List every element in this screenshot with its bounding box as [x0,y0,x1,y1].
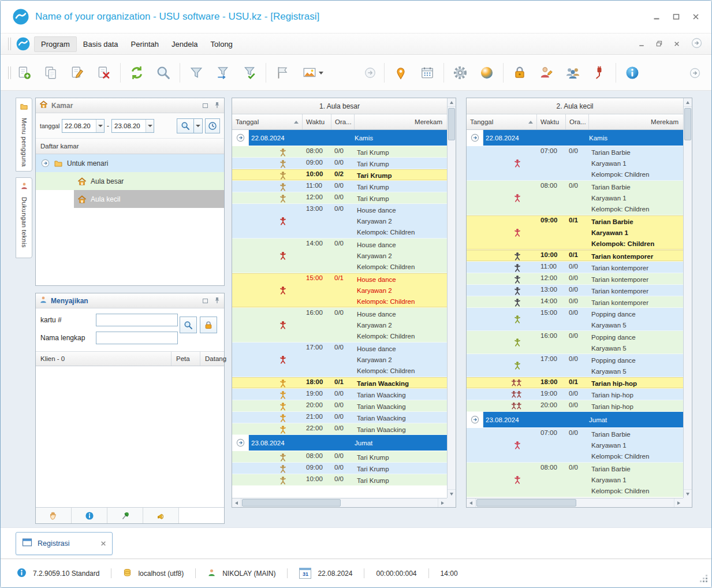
menu-program[interactable]: Program [34,36,77,52]
panel-restore-icon[interactable] [203,103,208,108]
plugin-button[interactable] [586,59,613,87]
hand-button[interactable] [36,508,72,523]
combo-caret-icon[interactable] [96,120,104,132]
menu-jendela[interactable]: Jendela [165,37,204,51]
appearance-button[interactable] [474,59,500,87]
search-button[interactable] [150,59,177,87]
schedule-slot-row[interactable]: 10:000/1Tarian kontemporer [467,250,683,262]
column-header-tanggal[interactable]: Tanggal [467,114,537,129]
info-icon[interactable] [17,568,27,579]
column-header-orang[interactable]: Ora... [566,114,589,129]
tree-item-aula-kecil[interactable]: Aula kecil [36,190,224,208]
settings-button[interactable] [447,59,474,87]
combo-caret-icon[interactable] [146,120,154,132]
column-header-klien[interactable]: Klien - 0 [36,352,172,366]
scrollbar-thumb[interactable] [476,499,576,507]
scroll-right-icon[interactable] [438,498,447,507]
schedule-slot-row[interactable]: 16:000/0Popping danceKaryawan 5 [467,331,683,354]
copy-record-button[interactable] [38,59,64,87]
panel-pin-icon[interactable] [214,101,221,111]
info-button[interactable] [619,59,646,87]
maximize-button[interactable] [672,13,680,21]
pin-client-button[interactable] [107,508,143,523]
horn-button[interactable] [143,508,179,523]
column-header-tanggal[interactable]: Tanggal [232,114,303,129]
schedule-slot-row[interactable]: 21:000/0Tarian Waacking [232,412,447,423]
sidebar-tab-menu-pengguna[interactable]: Menu pengguna [16,98,32,172]
schedule-slot-row[interactable]: 09:000/0Tari Krump [232,463,447,474]
schedule-slot-row[interactable]: 20:000/0Tarian Waacking [232,400,447,412]
schedule-slot-row[interactable]: 19:000/0Tarian Waacking [232,389,447,400]
schedule-date-row[interactable]: 23.08.2024Jumat [232,435,447,451]
horizontal-scrollbar[interactable] [467,498,683,507]
column-header-merekam[interactable]: Merekam [589,114,683,129]
schedule-slot-row[interactable]: 10:000/2Tari Krump [232,169,447,181]
tab-close-icon[interactable] [100,541,106,546]
image-report-button[interactable] [296,59,329,87]
schedule-slot-row[interactable]: 07:000/0Tarian BarbieKaryawan 1Kelompok:… [467,146,683,181]
schedule-slot-row[interactable]: 08:000/0Tari Krump [232,451,447,463]
toolbar-grip[interactable] [8,38,11,50]
schedule-slot-row[interactable]: 22:000/0Tarian Waacking [232,423,447,435]
add-record-button[interactable] [11,59,38,87]
schedule-date-row[interactable]: 22.08.2024Kamis [232,130,447,146]
panel-pin-icon[interactable] [214,296,221,306]
schedule-slot-row[interactable]: 14:000/0House danceKaryawan 2Kelompok: C… [232,239,447,273]
scroll-left-icon[interactable] [232,498,241,507]
map-pin-button[interactable] [387,59,414,87]
time-grid-button[interactable] [205,118,220,133]
menu-tolong[interactable]: Tolong [204,37,239,51]
close-button[interactable] [692,13,700,21]
client-info-button[interactable] [72,508,107,523]
scroll-up-icon[interactable] [448,98,456,107]
user-edit-button[interactable] [533,59,560,87]
schedule-slot-row[interactable]: 07:000/0Tarian BarbieKaryawan 1Kelompok:… [467,428,683,463]
vertical-scrollbar[interactable] [447,98,456,498]
calendar-button[interactable] [414,59,441,87]
scroll-down-icon[interactable] [448,489,456,498]
menu-perintah[interactable]: Perintah [125,37,165,51]
minimize-button[interactable] [653,13,661,21]
schedule-slot-row[interactable]: 18:000/1Tarian Waacking [232,377,447,389]
schedule-slot-row[interactable]: 20:000/0Tarian hip-hop [467,400,683,412]
tree-item-untuk-menari[interactable]: Untuk menari [36,154,224,172]
toolbar-scroll-icon[interactable] [684,59,706,87]
tree-item-aula-besar[interactable]: Aula besar [36,172,224,190]
scrollbar-thumb[interactable] [448,108,455,140]
date-to-select[interactable]: 23.08.20 [111,119,154,133]
delete-record-button[interactable] [91,59,117,87]
schedule-slot-row[interactable]: 17:000/0Popping danceKaryawan 5 [467,354,683,377]
column-header-orang[interactable]: Ora... [331,114,355,129]
scroll-up-icon[interactable] [684,98,692,107]
scroll-down-icon[interactable] [684,489,692,498]
lock-button[interactable] [506,59,533,87]
card-lock-button[interactable] [200,317,217,333]
schedule-slot-row[interactable]: 09:000/1Tarian BarbieKaryawan 1Kelompok:… [467,215,683,250]
schedule-slot-row[interactable]: 14:000/0Tarian kontemporer [467,296,683,308]
schedule-date-row[interactable]: 23.08.2024Jumat [467,412,683,428]
scrollbar-thumb[interactable] [242,499,341,507]
tree-expand-icon[interactable] [41,159,50,168]
column-header-peta[interactable]: Peta [172,352,200,366]
schedule-slot-row[interactable]: 09:000/0Tari Krump [232,158,447,169]
full-name-input[interactable] [96,332,178,344]
flag-button[interactable] [269,59,296,87]
refresh-button[interactable] [124,59,150,87]
open-card-button[interactable] [359,59,381,87]
column-header-merekam[interactable]: Merekam [355,114,447,129]
schedule-slot-row[interactable]: 12:000/0Tari Krump [232,192,447,204]
vertical-scrollbar[interactable] [683,98,692,498]
schedule-slot-row[interactable]: 08:000/0Tarian BarbieKaryawan 1Kelompok:… [467,181,683,215]
menu-scroll-icon[interactable] [691,38,702,51]
column-header-datang[interactable]: Datang [200,352,226,366]
room-search-button[interactable] [177,118,194,133]
schedule-date-row[interactable]: 22.08.2024Kamis [467,130,683,146]
card-number-input[interactable] [96,314,178,326]
schedule-slot-row[interactable]: 13:000/0House danceKaryawan 2Kelompok: C… [232,204,447,239]
panel-restore-icon[interactable] [203,299,208,303]
filter-apply-button[interactable] [236,59,263,87]
filter-button[interactable] [183,59,210,87]
column-header-waktu[interactable]: Waktu [303,114,331,129]
client-search-button[interactable] [180,317,197,333]
schedule-slot-row[interactable]: 08:000/0Tarian BarbieKaryawan 1Kelompok:… [467,463,683,497]
